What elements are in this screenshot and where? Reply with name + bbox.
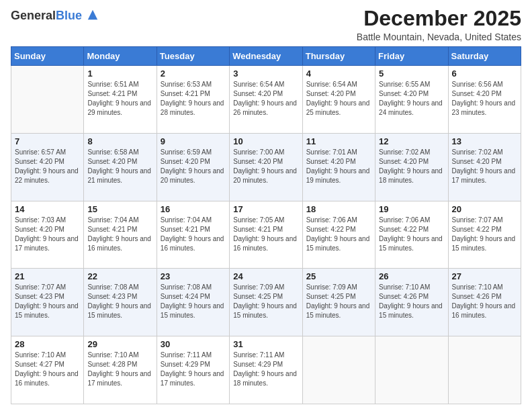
location: Battle Mountain, Nevada, United States (357, 32, 521, 42)
day-number: 27 (452, 271, 517, 281)
day-number: 31 (233, 339, 298, 349)
cell-info: Sunrise: 7:09 AMSunset: 4:25 PMDaylight:… (306, 283, 371, 320)
cell-info: Sunrise: 7:08 AMSunset: 4:23 PMDaylight:… (87, 283, 152, 320)
calendar-cell: 22Sunrise: 7:08 AMSunset: 4:23 PMDayligh… (84, 269, 157, 336)
cell-info: Sunrise: 6:59 AMSunset: 4:20 PMDaylight:… (161, 148, 226, 185)
calendar-cell: 31Sunrise: 7:11 AMSunset: 4:29 PMDayligh… (230, 336, 302, 404)
month-title: December 2025 (357, 7, 521, 30)
cell-info: Sunrise: 6:58 AMSunset: 4:20 PMDaylight:… (87, 148, 152, 185)
page: GeneralBlue December 2025 Battle Mountai… (0, 0, 532, 411)
day-number: 5 (379, 68, 444, 79)
day-number: 7 (15, 136, 80, 146)
calendar-cell: 7Sunrise: 6:57 AMSunset: 4:20 PMDaylight… (11, 133, 84, 201)
calendar-cell: 10Sunrise: 7:00 AMSunset: 4:20 PMDayligh… (230, 133, 302, 201)
calendar-cell: 16Sunrise: 7:04 AMSunset: 4:21 PMDayligh… (157, 201, 229, 269)
calendar-cell: 15Sunrise: 7:04 AMSunset: 4:21 PMDayligh… (84, 201, 157, 269)
calendar-cell: 2Sunrise: 6:53 AMSunset: 4:21 PMDaylight… (157, 66, 229, 134)
day-number: 18 (306, 204, 371, 214)
cell-info: Sunrise: 7:08 AMSunset: 4:24 PMDaylight:… (161, 283, 226, 320)
calendar-table: SundayMondayTuesdayWednesdayThursdayFrid… (11, 46, 521, 404)
day-number: 20 (452, 204, 517, 214)
cell-info: Sunrise: 7:00 AMSunset: 4:20 PMDaylight:… (233, 148, 298, 185)
day-header-saturday: Saturday (448, 47, 521, 66)
calendar-cell: 27Sunrise: 7:10 AMSunset: 4:26 PMDayligh… (448, 269, 521, 336)
calendar-cell: 3Sunrise: 6:54 AMSunset: 4:20 PMDaylight… (230, 66, 302, 134)
cell-info: Sunrise: 7:04 AMSunset: 4:21 PMDaylight:… (87, 216, 152, 253)
calendar-cell: 19Sunrise: 7:06 AMSunset: 4:22 PMDayligh… (375, 201, 448, 269)
logo-general: GeneralBlue (11, 9, 99, 23)
cell-info: Sunrise: 7:10 AMSunset: 4:26 PMDaylight:… (452, 283, 517, 320)
calendar-cell: 30Sunrise: 7:11 AMSunset: 4:29 PMDayligh… (157, 336, 229, 404)
calendar-cell: 23Sunrise: 7:08 AMSunset: 4:24 PMDayligh… (157, 269, 229, 336)
calendar-cell: 28Sunrise: 7:10 AMSunset: 4:27 PMDayligh… (11, 336, 84, 404)
calendar-cell: 24Sunrise: 7:09 AMSunset: 4:25 PMDayligh… (230, 269, 302, 336)
logo-icon (87, 9, 99, 21)
day-number: 22 (87, 271, 152, 281)
calendar-cell: 1Sunrise: 6:51 AMSunset: 4:21 PMDaylight… (84, 66, 157, 134)
day-header-tuesday: Tuesday (157, 47, 229, 66)
calendar-cell: 11Sunrise: 7:01 AMSunset: 4:20 PMDayligh… (302, 133, 375, 201)
title-block: December 2025 Battle Mountain, Nevada, U… (357, 7, 521, 42)
calendar-week-4: 21Sunrise: 7:07 AMSunset: 4:23 PMDayligh… (11, 269, 521, 336)
day-number: 13 (452, 136, 517, 146)
calendar-cell (302, 336, 375, 404)
cell-info: Sunrise: 7:02 AMSunset: 4:20 PMDaylight:… (379, 148, 444, 185)
day-header-thursday: Thursday (302, 47, 375, 66)
calendar-cell (448, 336, 521, 404)
day-header-monday: Monday (84, 47, 157, 66)
calendar-week-3: 14Sunrise: 7:03 AMSunset: 4:20 PMDayligh… (11, 201, 521, 269)
day-number: 16 (161, 204, 226, 214)
cell-info: Sunrise: 7:01 AMSunset: 4:20 PMDaylight:… (306, 148, 371, 185)
calendar-cell: 6Sunrise: 6:56 AMSunset: 4:20 PMDaylight… (448, 66, 521, 134)
day-header-sunday: Sunday (11, 47, 84, 66)
calendar-cell: 29Sunrise: 7:10 AMSunset: 4:28 PMDayligh… (84, 336, 157, 404)
cell-info: Sunrise: 7:10 AMSunset: 4:26 PMDaylight:… (379, 283, 444, 320)
day-number: 15 (87, 204, 152, 214)
calendar-week-5: 28Sunrise: 7:10 AMSunset: 4:27 PMDayligh… (11, 336, 521, 404)
calendar-cell: 18Sunrise: 7:06 AMSunset: 4:22 PMDayligh… (302, 201, 375, 269)
cell-info: Sunrise: 6:56 AMSunset: 4:20 PMDaylight:… (452, 80, 517, 118)
cell-info: Sunrise: 6:53 AMSunset: 4:21 PMDaylight:… (161, 80, 226, 118)
day-number: 29 (87, 339, 152, 349)
cell-info: Sunrise: 7:04 AMSunset: 4:21 PMDaylight:… (161, 216, 226, 253)
day-number: 23 (161, 271, 226, 281)
cell-info: Sunrise: 7:06 AMSunset: 4:22 PMDaylight:… (379, 216, 444, 253)
day-number: 4 (306, 68, 371, 79)
day-number: 19 (379, 204, 444, 214)
day-header-wednesday: Wednesday (230, 47, 302, 66)
day-number: 28 (15, 339, 80, 349)
cell-info: Sunrise: 6:57 AMSunset: 4:20 PMDaylight:… (15, 148, 80, 185)
calendar-cell: 5Sunrise: 6:55 AMSunset: 4:20 PMDaylight… (375, 66, 448, 134)
calendar-cell: 9Sunrise: 6:59 AMSunset: 4:20 PMDaylight… (157, 133, 229, 201)
cell-info: Sunrise: 6:51 AMSunset: 4:21 PMDaylight:… (87, 80, 152, 118)
day-number: 25 (306, 271, 371, 281)
cell-info: Sunrise: 6:55 AMSunset: 4:20 PMDaylight:… (379, 80, 444, 118)
cell-info: Sunrise: 7:02 AMSunset: 4:20 PMDaylight:… (452, 148, 517, 185)
day-header-friday: Friday (375, 47, 448, 66)
cell-info: Sunrise: 7:09 AMSunset: 4:25 PMDaylight:… (233, 283, 298, 320)
cell-info: Sunrise: 7:05 AMSunset: 4:21 PMDaylight:… (233, 216, 298, 253)
calendar-cell (11, 66, 84, 134)
calendar-cell: 26Sunrise: 7:10 AMSunset: 4:26 PMDayligh… (375, 269, 448, 336)
cell-info: Sunrise: 7:06 AMSunset: 4:22 PMDaylight:… (306, 216, 371, 253)
calendar-cell: 4Sunrise: 6:54 AMSunset: 4:20 PMDaylight… (302, 66, 375, 134)
calendar-cell: 20Sunrise: 7:07 AMSunset: 4:22 PMDayligh… (448, 201, 521, 269)
calendar-cell: 25Sunrise: 7:09 AMSunset: 4:25 PMDayligh… (302, 269, 375, 336)
day-number: 8 (87, 136, 152, 146)
cell-info: Sunrise: 7:07 AMSunset: 4:23 PMDaylight:… (15, 283, 80, 320)
calendar-cell (375, 336, 448, 404)
calendar-cell: 12Sunrise: 7:02 AMSunset: 4:20 PMDayligh… (375, 133, 448, 201)
day-number: 26 (379, 271, 444, 281)
calendar-week-2: 7Sunrise: 6:57 AMSunset: 4:20 PMDaylight… (11, 133, 521, 201)
cell-info: Sunrise: 7:11 AMSunset: 4:29 PMDaylight:… (233, 351, 298, 388)
calendar-cell: 8Sunrise: 6:58 AMSunset: 4:20 PMDaylight… (84, 133, 157, 201)
day-number: 21 (15, 271, 80, 281)
cell-info: Sunrise: 7:03 AMSunset: 4:20 PMDaylight:… (15, 216, 80, 253)
day-number: 30 (161, 339, 226, 349)
calendar-cell: 13Sunrise: 7:02 AMSunset: 4:20 PMDayligh… (448, 133, 521, 201)
calendar-cell: 17Sunrise: 7:05 AMSunset: 4:21 PMDayligh… (230, 201, 302, 269)
cell-info: Sunrise: 7:10 AMSunset: 4:27 PMDaylight:… (15, 351, 80, 388)
cell-info: Sunrise: 7:11 AMSunset: 4:29 PMDaylight:… (161, 351, 226, 388)
day-number: 6 (452, 68, 517, 79)
cell-info: Sunrise: 7:07 AMSunset: 4:22 PMDaylight:… (452, 216, 517, 253)
